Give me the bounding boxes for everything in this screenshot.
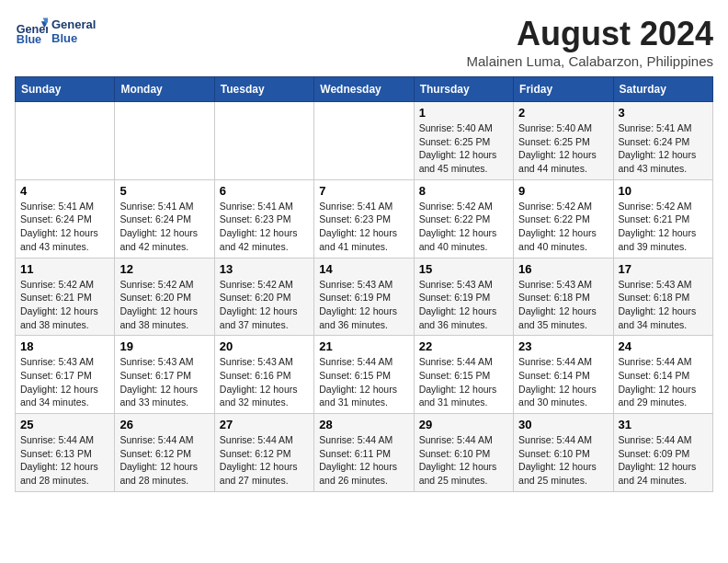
- day-info: Sunrise: 5:44 AM Sunset: 6:11 PM Dayligh…: [319, 433, 408, 488]
- calendar-cell: [16, 102, 115, 180]
- calendar-cell: 1Sunrise: 5:40 AM Sunset: 6:25 PM Daylig…: [414, 102, 513, 180]
- day-number: 1: [419, 106, 508, 120]
- day-number: 19: [119, 339, 209, 353]
- day-info: Sunrise: 5:42 AM Sunset: 6:22 PM Dayligh…: [518, 200, 608, 254]
- day-info: Sunrise: 5:43 AM Sunset: 6:18 PM Dayligh…: [518, 278, 608, 332]
- day-info: Sunrise: 5:44 AM Sunset: 6:15 PM Dayligh…: [319, 355, 408, 409]
- day-number: 5: [119, 184, 209, 198]
- calendar-cell: 10Sunrise: 5:42 AM Sunset: 6:21 PM Dayli…: [613, 179, 712, 258]
- day-number: 11: [20, 262, 109, 276]
- calendar-cell: 22Sunrise: 5:44 AM Sunset: 6:15 PM Dayli…: [414, 336, 513, 414]
- day-info: Sunrise: 5:41 AM Sunset: 6:24 PM Dayligh…: [119, 200, 209, 254]
- day-info: Sunrise: 5:44 AM Sunset: 6:10 PM Dayligh…: [518, 433, 608, 488]
- calendar-week-3: 11Sunrise: 5:42 AM Sunset: 6:21 PM Dayli…: [16, 258, 713, 336]
- day-number: 12: [119, 262, 209, 276]
- calendar-cell: 12Sunrise: 5:42 AM Sunset: 6:20 PM Dayli…: [115, 258, 214, 336]
- calendar-cell: 17Sunrise: 5:43 AM Sunset: 6:18 PM Dayli…: [613, 258, 712, 336]
- calendar-week-1: 1Sunrise: 5:40 AM Sunset: 6:25 PM Daylig…: [16, 102, 713, 180]
- column-header-friday: Friday: [514, 77, 613, 102]
- day-info: Sunrise: 5:43 AM Sunset: 6:19 PM Dayligh…: [319, 278, 408, 332]
- day-info: Sunrise: 5:42 AM Sunset: 6:21 PM Dayligh…: [619, 200, 708, 254]
- day-number: 24: [619, 339, 708, 353]
- day-number: 16: [518, 262, 608, 276]
- page-header: General Blue General Blue August 2024 Ma…: [15, 15, 713, 69]
- day-number: 6: [220, 184, 309, 198]
- day-number: 21: [319, 339, 408, 353]
- day-info: Sunrise: 5:44 AM Sunset: 6:12 PM Dayligh…: [119, 433, 209, 488]
- day-number: 8: [419, 184, 508, 198]
- calendar-week-4: 18Sunrise: 5:43 AM Sunset: 6:17 PM Dayli…: [16, 336, 713, 414]
- svg-text:Blue: Blue: [17, 33, 41, 46]
- day-number: 15: [419, 262, 508, 276]
- day-number: 28: [319, 418, 408, 431]
- location-subtitle: Malainen Luma, Calabarzon, Philippines: [467, 53, 714, 69]
- day-info: Sunrise: 5:41 AM Sunset: 6:24 PM Dayligh…: [619, 121, 708, 176]
- calendar-cell: 15Sunrise: 5:43 AM Sunset: 6:19 PM Dayli…: [414, 258, 513, 336]
- day-info: Sunrise: 5:43 AM Sunset: 6:17 PM Dayligh…: [119, 355, 209, 409]
- column-header-tuesday: Tuesday: [214, 77, 313, 102]
- day-info: Sunrise: 5:42 AM Sunset: 6:22 PM Dayligh…: [419, 200, 508, 254]
- calendar-cell: 23Sunrise: 5:44 AM Sunset: 6:14 PM Dayli…: [514, 336, 613, 414]
- day-info: Sunrise: 5:44 AM Sunset: 6:13 PM Dayligh…: [20, 433, 109, 488]
- day-info: Sunrise: 5:41 AM Sunset: 6:23 PM Dayligh…: [220, 200, 309, 254]
- calendar-cell: 26Sunrise: 5:44 AM Sunset: 6:12 PM Dayli…: [115, 414, 214, 492]
- logo-general: General: [51, 17, 96, 31]
- calendar-cell: 20Sunrise: 5:43 AM Sunset: 6:16 PM Dayli…: [214, 336, 313, 414]
- day-number: 9: [518, 184, 608, 198]
- day-number: 20: [220, 339, 309, 353]
- day-info: Sunrise: 5:40 AM Sunset: 6:25 PM Dayligh…: [419, 121, 508, 176]
- day-number: 25: [20, 418, 109, 431]
- calendar-cell: 29Sunrise: 5:44 AM Sunset: 6:10 PM Dayli…: [414, 414, 513, 492]
- day-info: Sunrise: 5:41 AM Sunset: 6:23 PM Dayligh…: [319, 200, 408, 254]
- day-info: Sunrise: 5:42 AM Sunset: 6:21 PM Dayligh…: [20, 278, 109, 332]
- day-number: 7: [319, 184, 408, 198]
- calendar-cell: [314, 102, 414, 180]
- day-number: 3: [619, 106, 708, 120]
- day-number: 2: [518, 106, 608, 120]
- day-number: 27: [220, 418, 309, 431]
- calendar-cell: 16Sunrise: 5:43 AM Sunset: 6:18 PM Dayli…: [514, 258, 613, 336]
- calendar-cell: 30Sunrise: 5:44 AM Sunset: 6:10 PM Dayli…: [514, 414, 613, 492]
- calendar-cell: 9Sunrise: 5:42 AM Sunset: 6:22 PM Daylig…: [514, 179, 613, 258]
- day-info: Sunrise: 5:43 AM Sunset: 6:18 PM Dayligh…: [619, 278, 708, 332]
- calendar-cell: [214, 102, 313, 180]
- calendar-cell: 11Sunrise: 5:42 AM Sunset: 6:21 PM Dayli…: [16, 258, 115, 336]
- day-number: 29: [419, 418, 508, 431]
- month-year-title: August 2024: [467, 15, 714, 53]
- calendar-cell: 5Sunrise: 5:41 AM Sunset: 6:24 PM Daylig…: [115, 179, 214, 258]
- calendar-cell: 4Sunrise: 5:41 AM Sunset: 6:24 PM Daylig…: [16, 179, 115, 258]
- calendar-header-row: SundayMondayTuesdayWednesdayThursdayFrid…: [16, 77, 713, 102]
- calendar-cell: [115, 102, 214, 180]
- calendar-week-5: 25Sunrise: 5:44 AM Sunset: 6:13 PM Dayli…: [16, 414, 713, 492]
- calendar-table: SundayMondayTuesdayWednesdayThursdayFrid…: [15, 76, 713, 492]
- day-number: 30: [518, 418, 608, 431]
- column-header-thursday: Thursday: [414, 77, 513, 102]
- calendar-cell: 24Sunrise: 5:44 AM Sunset: 6:14 PM Dayli…: [613, 336, 712, 414]
- day-number: 4: [20, 184, 109, 198]
- calendar-cell: 21Sunrise: 5:44 AM Sunset: 6:15 PM Dayli…: [314, 336, 414, 414]
- logo-icon: General Blue: [15, 15, 48, 48]
- column-header-sunday: Sunday: [16, 77, 115, 102]
- calendar-cell: 18Sunrise: 5:43 AM Sunset: 6:17 PM Dayli…: [16, 336, 115, 414]
- day-number: 13: [220, 262, 309, 276]
- day-number: 17: [619, 262, 708, 276]
- calendar-cell: 13Sunrise: 5:42 AM Sunset: 6:20 PM Dayli…: [214, 258, 313, 336]
- column-header-wednesday: Wednesday: [314, 77, 414, 102]
- calendar-cell: 8Sunrise: 5:42 AM Sunset: 6:22 PM Daylig…: [414, 179, 513, 258]
- calendar-cell: 31Sunrise: 5:44 AM Sunset: 6:09 PM Dayli…: [613, 414, 712, 492]
- day-info: Sunrise: 5:40 AM Sunset: 6:25 PM Dayligh…: [518, 121, 608, 176]
- day-info: Sunrise: 5:42 AM Sunset: 6:20 PM Dayligh…: [119, 278, 209, 332]
- day-info: Sunrise: 5:41 AM Sunset: 6:24 PM Dayligh…: [20, 200, 109, 254]
- day-number: 10: [619, 184, 708, 198]
- day-info: Sunrise: 5:43 AM Sunset: 6:16 PM Dayligh…: [220, 355, 309, 409]
- column-header-saturday: Saturday: [613, 77, 712, 102]
- day-info: Sunrise: 5:44 AM Sunset: 6:10 PM Dayligh…: [419, 433, 508, 488]
- title-block: August 2024 Malainen Luma, Calabarzon, P…: [467, 15, 714, 69]
- calendar-cell: 14Sunrise: 5:43 AM Sunset: 6:19 PM Dayli…: [314, 258, 414, 336]
- day-info: Sunrise: 5:44 AM Sunset: 6:14 PM Dayligh…: [619, 355, 708, 409]
- day-info: Sunrise: 5:44 AM Sunset: 6:14 PM Dayligh…: [518, 355, 608, 409]
- calendar-cell: 6Sunrise: 5:41 AM Sunset: 6:23 PM Daylig…: [214, 179, 313, 258]
- logo-blue: Blue: [51, 31, 96, 45]
- calendar-cell: 25Sunrise: 5:44 AM Sunset: 6:13 PM Dayli…: [16, 414, 115, 492]
- calendar-cell: 28Sunrise: 5:44 AM Sunset: 6:11 PM Dayli…: [314, 414, 414, 492]
